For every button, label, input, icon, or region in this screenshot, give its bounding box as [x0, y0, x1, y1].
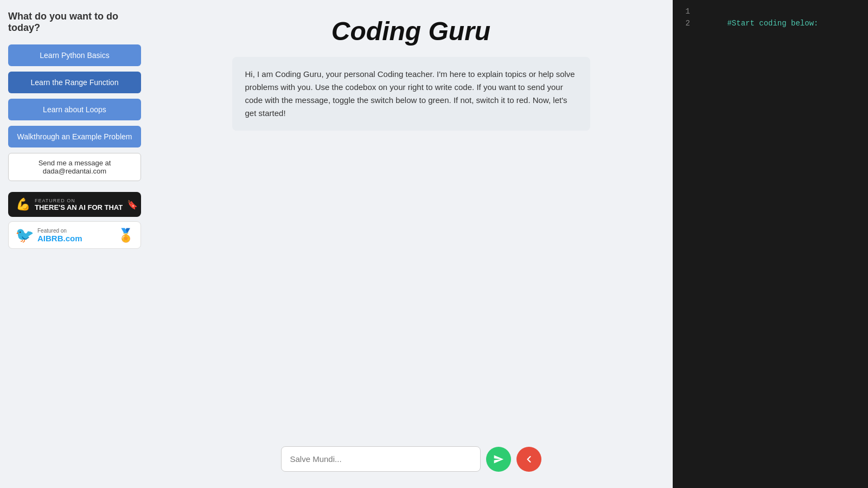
muscle-icon: 💪	[16, 197, 30, 211]
contact-button[interactable]: Send me a message at dada@redantai.com	[8, 153, 141, 181]
input-row	[281, 446, 541, 472]
learn-range-function-button[interactable]: Learn the Range Function	[8, 72, 141, 93]
code-comment: #Start coding below:	[727, 19, 818, 28]
learn-loops-button[interactable]: Learn about Loops	[8, 99, 141, 120]
sidebar-title: What do you want to do today?	[8, 11, 141, 34]
sidebar: What do you want to do today? Learn Pyth…	[0, 0, 149, 488]
badges-container: 💪 FEATURED ON THERE'S AN AI FOR THAT 🔖 🐦…	[8, 192, 141, 249]
theresanai-featured-label: FEATURED ON	[35, 198, 123, 203]
aibrb-text: Featured on AIBRB.com	[37, 228, 82, 243]
theresanai-badge[interactable]: 💪 FEATURED ON THERE'S AN AI FOR THAT 🔖	[8, 192, 141, 217]
line-number-1: 1	[677, 5, 690, 17]
aibrb-brand-label: AIBRB.com	[37, 234, 82, 243]
main-title: Coding Guru	[331, 16, 490, 46]
code-panel: 1 2 #Start coding below:	[673, 0, 868, 488]
toggle-code-button[interactable]	[516, 447, 541, 472]
walkthrough-example-button[interactable]: Walkthrough an Example Problem	[8, 126, 141, 147]
code-editor[interactable]: 1 2 #Start coding below:	[673, 0, 868, 488]
bird-icon: 🐦	[15, 226, 34, 244]
send-button[interactable]	[486, 447, 511, 472]
medal-icon: 🏅	[118, 228, 134, 243]
bookmark-icon: 🔖	[127, 200, 138, 210]
chat-area	[221, 142, 601, 477]
line-numbers: 1 2	[673, 0, 694, 488]
aibrb-badge[interactable]: 🐦 Featured on AIBRB.com 🏅	[8, 221, 141, 249]
send-icon	[493, 454, 504, 465]
main-content: Coding Guru Hi, I am Coding Guru, your p…	[149, 0, 673, 488]
toggle-icon	[524, 454, 534, 465]
code-content[interactable]: #Start coding below:	[694, 0, 868, 488]
intro-box: Hi, I am Coding Guru, your personal Codi…	[232, 57, 590, 131]
aibrb-featured-label: Featured on	[37, 228, 82, 234]
theresanai-badge-text: FEATURED ON THERE'S AN AI FOR THAT	[35, 198, 123, 211]
learn-python-basics-button[interactable]: Learn Python Basics	[8, 44, 141, 66]
chat-input[interactable]	[281, 446, 481, 472]
intro-text: Hi, I am Coding Guru, your personal Codi…	[245, 68, 577, 120]
theresanai-brand-label: THERE'S AN AI FOR THAT	[35, 203, 123, 211]
line-number-2: 2	[677, 17, 690, 29]
